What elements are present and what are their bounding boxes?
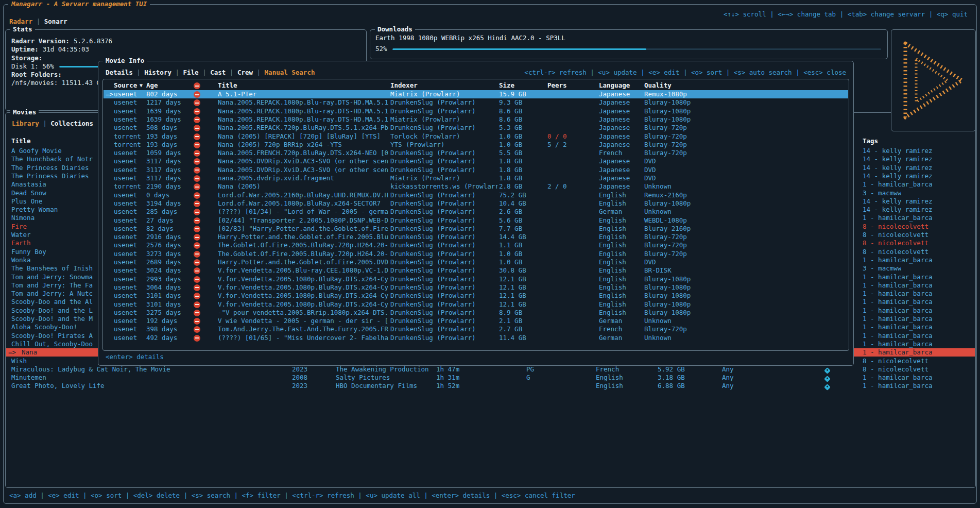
search-result-row[interactable]: usenet3064 daysV.for.Vendetta.2005.1080p… [104, 283, 848, 292]
search-result-row[interactable]: usenet1639 daysNana.2005.REPACK.1080p.Bl… [104, 115, 848, 124]
column-header-language[interactable]: Language [599, 81, 630, 90]
release-language: Japanese [599, 90, 630, 98]
release-quality: DVD [644, 258, 656, 266]
search-result-row[interactable]: usenet398 daysTom.And.Jerry.The.Fast.And… [104, 325, 848, 333]
tab-cast[interactable]: Cast [210, 69, 226, 76]
search-result-row[interactable]: usenet508 daysNana.2005.REPACK.720p.BluR… [104, 124, 848, 132]
search-result-row[interactable]: usenet82 days[02/83] "Harry.Potter.and.t… [104, 225, 848, 233]
release-size: 8.6 GB [499, 115, 522, 124]
release-indexer: Torlock (Prowlarr) [390, 132, 460, 141]
search-result-row[interactable]: usenet1059 daysNana.2005.FRENCH.720p.Blu… [104, 149, 848, 157]
search-result-row[interactable]: torrent193 daysNana (2005) 720p BRRip x2… [104, 141, 848, 149]
column-header-peers[interactable]: Peers [547, 81, 567, 90]
movie-row[interactable]: Great Photo, Lovely Life2023HBO Document… [6, 382, 975, 390]
tab-radarr[interactable]: Radarr [9, 18, 32, 25]
release-indexer: DrunkenSlug (Prowlarr) [390, 334, 476, 342]
column-header-age[interactable]: Age [146, 81, 158, 90]
no-entry-icon-cell [194, 283, 200, 292]
download-progress-bar [392, 48, 881, 50]
search-result-row[interactable]: usenet2689 daysHarry.Potter.and.the.Gobl… [104, 258, 848, 266]
search-result-row[interactable]: usenet1217 daysNana.2005.REPACK.1080p.Bl… [104, 98, 848, 107]
release-language: English [599, 309, 626, 317]
release-language: English [599, 216, 626, 225]
search-result-row[interactable]: usenet3273 daysThe.Goblet.Of.Fire.2005.B… [104, 250, 848, 258]
tab-crew[interactable]: Crew [237, 69, 253, 76]
search-result-row[interactable]: usenet3117 daysNana.2005.DVDRip.XviD.AC3… [104, 157, 848, 165]
release-indexer: DrunkenSlug (Prowlarr) [390, 199, 476, 208]
no-entry-icon [194, 99, 200, 106]
no-entry-icon [194, 150, 200, 157]
release-age: 82 days [146, 225, 174, 233]
column-header-indexer[interactable]: Indexer [390, 81, 418, 90]
search-result-row[interactable]: usenet2576 daysThe.Goblet.Of.Fire.2005.B… [104, 241, 848, 249]
no-entry-icon [194, 251, 200, 258]
release-age: 3024 days [146, 266, 181, 275]
movie-tag: 1 - hamilcar_barca [863, 298, 932, 306]
column-header-title[interactable]: Title [11, 137, 31, 145]
search-result-row[interactable]: usenet3117 daysnana.2005.dvdrip.xvid.fra… [104, 174, 848, 182]
release-language: English [599, 283, 626, 292]
search-result-row[interactable]: usenet3194 daysLord.of.War.2005.1080p.Bl… [104, 199, 848, 208]
search-result-row[interactable]: torrent2190 daysNana (2005)kickasstorren… [104, 182, 848, 191]
release-title: V.for.Vendetta.2005.1080p.BluRay.DTS.x26… [218, 283, 388, 292]
no-entry-icon-cell [194, 191, 200, 199]
release-source: usenet [114, 157, 137, 165]
movie-title: Wonka [11, 256, 31, 264]
release-size: 12.1 GB [499, 292, 526, 300]
tab-library[interactable]: Library [12, 120, 39, 127]
search-result-row[interactable]: usenet3117 daysNana.2005.DVDRip.XviD.AC3… [104, 166, 848, 174]
logo-panel [891, 29, 976, 131]
search-result-row[interactable]: usenet285 days(????) [01/34] - "Lord of … [104, 208, 848, 216]
no-entry-icon [194, 267, 200, 274]
tab-file[interactable]: File [183, 69, 199, 76]
release-source: usenet [114, 309, 137, 317]
release-source: usenet [114, 174, 137, 182]
tab-manual-search[interactable]: Manual Search [265, 69, 315, 76]
column-header-quality[interactable]: Quality [644, 81, 672, 90]
search-result-row[interactable]: usenet27 days[02/44] "Transporter 2.2005… [104, 216, 848, 225]
search-result-row[interactable]: usenet3275 days-"V pour vendetta.2005.BR… [104, 309, 848, 317]
movie-title: The Banshees of Inish [11, 264, 93, 273]
tab-sonarr[interactable]: Sonarr [44, 18, 67, 25]
release-quality: Bluray-720p [644, 132, 687, 141]
search-result-row[interactable]: usenet2916 daysHarry.Potter.and.the.Gobl… [104, 233, 848, 241]
column-header-tags[interactable]: Tags [863, 137, 878, 145]
release-size: 1.0 GB [499, 258, 522, 266]
column-header-rejected [194, 81, 200, 90]
search-result-row[interactable]: usenet2993 daysV.for.Vendetta.2005.1080p… [104, 275, 848, 283]
search-result-row[interactable]: usenet3101 daysV.for.Vendetta.2005.1080p… [104, 300, 848, 309]
release-size: 12.1 GB [499, 283, 526, 292]
movie-year: 2023 [292, 365, 307, 374]
search-result-row[interactable]: =>usenet802 daysA 5.1-PTerMiatrix (Prowl… [104, 90, 848, 98]
release-size: 14.4 GB [499, 233, 526, 241]
release-language: Japanese [599, 157, 630, 165]
movie-certification: G [526, 374, 530, 382]
search-result-row[interactable]: usenet192 daysV wie Vendetta - 2005 - ge… [104, 317, 848, 325]
search-result-row[interactable]: usenet3024 daysV.for.Vendetta.2005.Blu-r… [104, 266, 848, 275]
column-header-source[interactable]: Source [114, 81, 137, 90]
movies-title: Movies [10, 108, 39, 116]
no-entry-icon [194, 326, 200, 333]
no-entry-icon [194, 276, 200, 283]
movie-row[interactable]: Miraculous: Ladybug & Cat Noir, The Movi… [6, 365, 975, 374]
movie-row[interactable]: Minutemen2008Salty Pictures1h 31mGEnglis… [6, 374, 975, 382]
search-result-row[interactable]: usenet1639 daysNana.2005.REPACK.1080p.Bl… [104, 107, 848, 115]
release-quality: Bluray-720p [644, 124, 687, 132]
release-indexer: DrunkenSlug (Prowlarr) [390, 157, 476, 165]
release-age: 0 days [146, 191, 169, 199]
tab-details[interactable]: Details [106, 69, 133, 76]
movie-title: Scooby-Doo! Pirates A [11, 332, 93, 340]
search-result-row[interactable]: usenet492 days(????) [01/65] - "Miss Und… [104, 334, 848, 342]
column-header-size[interactable]: Size [499, 81, 514, 90]
release-source: usenet [114, 208, 137, 216]
tab-collections[interactable]: Collections [50, 120, 93, 127]
movie-title: The Princess Diaries [11, 172, 89, 180]
search-result-row[interactable]: torrent193 daysNana (2005) [REPACK] [720… [104, 132, 848, 141]
release-source: usenet [114, 300, 137, 309]
tab-separator: | [253, 69, 265, 76]
no-entry-icon [194, 142, 200, 148]
column-header-release-title[interactable]: Title [218, 81, 237, 90]
tab-history[interactable]: History [144, 69, 171, 76]
search-result-row[interactable]: usenet0 daysLord.of.War.2005.2160p.BluRa… [104, 191, 848, 199]
search-result-row[interactable]: usenet3101 daysV.for.Vendetta.2005.1080p… [104, 292, 848, 300]
